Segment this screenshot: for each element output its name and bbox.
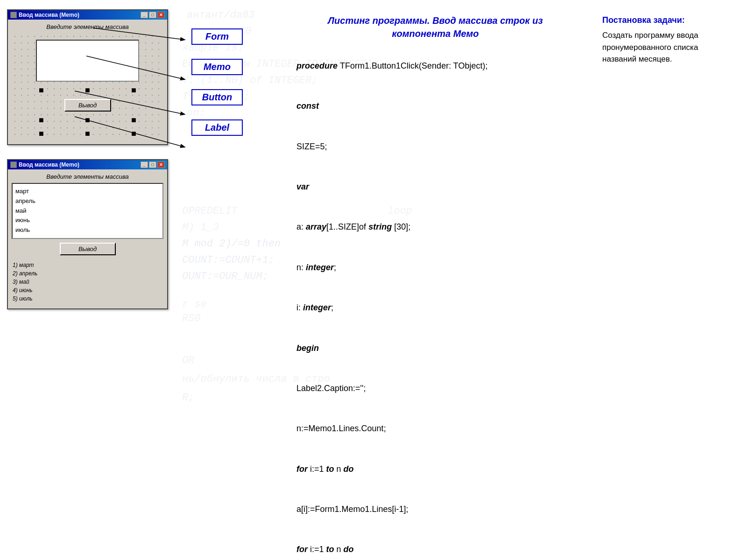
code-line-7: i: integer; xyxy=(278,287,593,328)
left-panel: Ввод массива (Memo) _ □ ✕ Введите элемен… xyxy=(0,0,182,560)
memo-label-text: Memo xyxy=(204,62,231,72)
kw-to2: to xyxy=(326,545,334,554)
window2: Ввод массива (Memo) _ □ ✕ Введите элемен… xyxy=(7,159,168,309)
listing-title-line2: компонента Мемо xyxy=(278,27,593,40)
task-title: Постановка задачи: xyxy=(602,14,733,27)
output-line-3: 3) май xyxy=(13,278,162,286)
output-line-5: 5) июль xyxy=(13,294,162,303)
code-for1-range: i:=1 xyxy=(308,464,326,474)
titlebar-left: Ввод массива (Memo) xyxy=(10,12,79,18)
code-line-8: begin xyxy=(278,328,593,368)
minimize-button[interactable]: _ xyxy=(141,12,148,18)
dots-row2: ■ ■ ■ xyxy=(14,115,162,125)
code-n-decl: n: integer; xyxy=(296,263,336,272)
kw-for1: for xyxy=(296,464,308,474)
window2-minimize-button[interactable]: _ xyxy=(141,161,148,168)
window1-title: Ввод массива (Memo) xyxy=(19,12,79,18)
memo-line-3: май xyxy=(15,206,160,216)
kw-var: var xyxy=(296,182,309,191)
window1-button[interactable]: Вывод xyxy=(64,99,111,112)
code-line-2: const xyxy=(278,86,593,126)
code-line-12: a[i]:=Form1.Memo1.Lines[i-1]; xyxy=(278,489,593,529)
memo-label-box: Memo xyxy=(191,59,243,75)
button-label-text: Button xyxy=(202,92,232,102)
kw-do2: do xyxy=(344,545,354,554)
window1-dotted-area: ■ ■ ■ Вывод ■ ■ ■ ■ ■ ■ xyxy=(12,33,163,140)
window1: Ввод массива (Memo) _ □ ✕ Введите элемен… xyxy=(7,9,168,145)
code-n-assign: n:=Memo1.Lines.Count; xyxy=(296,424,386,433)
titlebar-buttons[interactable]: _ □ ✕ xyxy=(141,12,165,18)
task-text: Создать программу ввода пронумерованного… xyxy=(602,29,733,65)
window2-body: Введите элементы массива март апрель май… xyxy=(8,169,167,308)
maximize-button[interactable]: □ xyxy=(149,12,156,18)
code-for2-range: i:=1 xyxy=(308,545,326,554)
window2-titlebar-buttons[interactable]: _ □ ✕ xyxy=(141,161,165,168)
dots-row3: ■ ■ ■ xyxy=(14,129,162,139)
window2-titlebar-left: Ввод массива (Memo) xyxy=(10,161,79,168)
code-for2-n: n xyxy=(334,545,344,554)
kw-procedure: procedure xyxy=(296,61,340,70)
code-block: procedure TForm1.Button1Click(Sender: TO… xyxy=(278,46,593,560)
window2-title: Ввод массива (Memo) xyxy=(19,161,79,168)
form-label-box: Form xyxy=(191,28,243,45)
output-line-1: 1) март xyxy=(13,261,162,269)
window2-output: 1) март 2) апрель 3) май 4) июнь 5) июль xyxy=(12,259,163,305)
window2-titlebar: Ввод массива (Memo) _ □ ✕ xyxy=(8,160,167,169)
main-content: Ввод массива (Memo) _ □ ✕ Введите элемен… xyxy=(0,0,747,560)
code-array-assign: a[i]:=Form1.Memo1.Lines[i-1]; xyxy=(296,504,409,514)
window2-label: Введите элементы массива xyxy=(12,173,163,180)
output-line-2: 2) апрель xyxy=(13,269,162,278)
kw-const: const xyxy=(296,101,319,111)
window1-label: Введите элементы массива xyxy=(12,23,163,30)
window1-memo[interactable] xyxy=(36,40,140,82)
code-for1-n: n xyxy=(334,464,344,474)
code-i-decl: i: integer; xyxy=(296,303,333,312)
code-line-1: procedure TForm1.Button1Click(Sender: TO… xyxy=(278,46,593,86)
window1-titlebar: Ввод массива (Memo) _ □ ✕ xyxy=(8,10,167,20)
window1-body: Введите элементы массива ■ ■ ■ Вывод ■ ■ xyxy=(8,20,167,144)
listing-title: Листинг программы. Ввод массива строк из… xyxy=(278,14,593,40)
task-box: Постановка задачи: Создать программу вво… xyxy=(602,14,733,65)
close-button[interactable]: ✕ xyxy=(157,12,165,18)
form-label-text: Form xyxy=(205,31,229,42)
kw-to1: to xyxy=(326,464,334,474)
window-icon xyxy=(10,12,17,18)
window2-maximize-button[interactable]: □ xyxy=(149,161,156,168)
code-line-10: n:=Memo1.Lines.Count; xyxy=(278,409,593,449)
code-size: SIZE=5; xyxy=(296,142,327,151)
window2-icon xyxy=(10,161,17,168)
code-line-13: for i:=1 to n do xyxy=(278,530,593,560)
code-line-4: var xyxy=(278,167,593,207)
code-proc-name: TForm1.Button1Click(Sender: TObject); xyxy=(340,61,487,70)
kw-do1: do xyxy=(344,464,354,474)
button-label-box: Button xyxy=(191,89,243,105)
labels-column: Form Memo Button Label xyxy=(182,0,264,560)
label-label-text: Label xyxy=(205,122,229,133)
memo-line-1: март xyxy=(15,187,160,196)
code-line-3: SIZE=5; xyxy=(278,126,593,167)
memo-line-2: апрель xyxy=(15,196,160,206)
code-line-6: n: integer; xyxy=(278,247,593,287)
code-label2-caption: Label2.Caption:=''; xyxy=(296,384,366,393)
kw-begin: begin xyxy=(296,343,319,353)
label-label-box: Label xyxy=(191,119,243,136)
memo-line-4: июнь xyxy=(15,216,160,225)
dots-row1: ■ ■ ■ xyxy=(14,85,162,95)
output-line-4: 4) июнь xyxy=(13,286,162,294)
code-array-decl: a: array[1..SIZE]of string [30]; xyxy=(296,222,410,231)
window2-close-button[interactable]: ✕ xyxy=(157,161,165,168)
listing-title-line1: Листинг программы. Ввод массива строк из xyxy=(278,14,593,27)
code-line-11: for i:=1 to n do xyxy=(278,449,593,489)
kw-for2: for xyxy=(296,545,308,554)
code-line-9: Label2.Caption:=''; xyxy=(278,368,593,408)
window2-button[interactable]: Вывод xyxy=(60,243,116,255)
right-panel: Постановка задачи: Создать программу вво… xyxy=(264,0,747,560)
memo-line-5: июль xyxy=(15,225,160,235)
window2-memo-content: март апрель май июнь июль xyxy=(14,186,161,236)
window2-memo[interactable]: март апрель май июнь июль xyxy=(12,183,163,239)
code-line-5: a: array[1..SIZE]of string [30]; xyxy=(278,207,593,247)
